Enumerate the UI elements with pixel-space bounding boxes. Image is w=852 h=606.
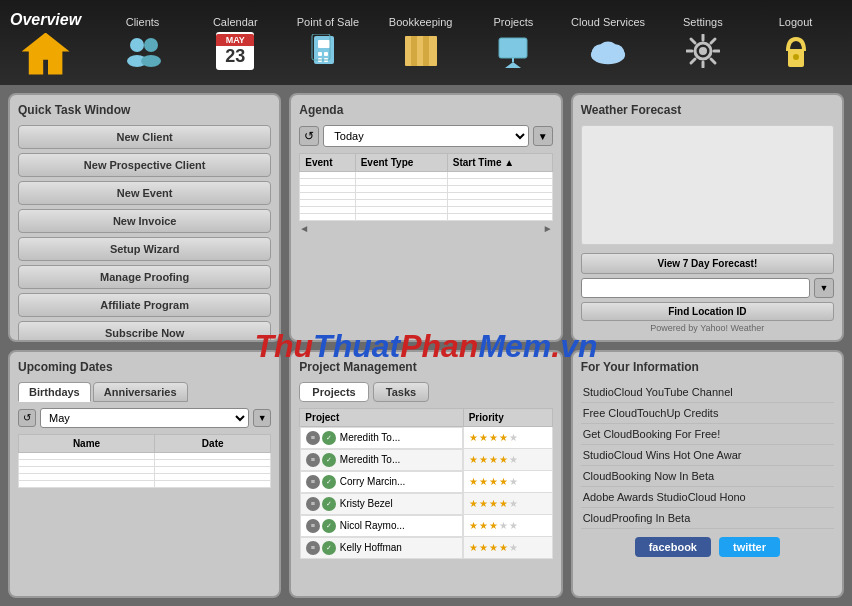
- nav-label-settings: Settings: [683, 16, 723, 28]
- info-list: StudioCloud YouTube ChannelFree CloudTou…: [581, 382, 834, 529]
- quick-task-title: Quick Task Window: [18, 103, 271, 117]
- for-your-info-panel: For Your Information StudioCloud YouTube…: [571, 350, 844, 599]
- proj-col-priority: Priority: [463, 408, 552, 426]
- nav-items: Clients Calendar MAY 23 Point of Sale Bo…: [96, 16, 842, 70]
- table-row: [300, 179, 552, 186]
- tab-birthdays[interactable]: Birthdays: [18, 382, 91, 402]
- project-row: ≡✓Meredith To...★★★★★: [300, 426, 552, 449]
- nav-item-cloud[interactable]: Cloud Services: [571, 16, 645, 70]
- month-refresh-button[interactable]: ↺: [18, 409, 36, 427]
- upcoming-dates-panel: Upcoming Dates Birthdays Anniversaries ↺…: [8, 350, 281, 599]
- table-row: [300, 200, 552, 207]
- proj-check-icon: ✓: [322, 431, 336, 445]
- project-priority: ★★★★★: [463, 449, 552, 471]
- proj-list-icon: ≡: [306, 453, 320, 467]
- find-location-button[interactable]: Find Location ID: [581, 302, 834, 321]
- new-event-button[interactable]: New Event: [18, 181, 271, 205]
- table-row: [19, 452, 271, 459]
- nav-item-clients[interactable]: Clients: [108, 16, 178, 70]
- weather-image: [581, 125, 834, 245]
- info-list-item[interactable]: Free CloudTouchUp Credits: [581, 403, 834, 424]
- new-client-button[interactable]: New Client: [18, 125, 271, 149]
- setup-wizard-button[interactable]: Setup Wizard: [18, 237, 271, 261]
- nav-label-projects: Projects: [494, 16, 534, 28]
- settings-icon: [684, 32, 722, 70]
- nav-label-cloud: Cloud Services: [571, 16, 645, 28]
- nav-item-projects[interactable]: Projects: [478, 16, 548, 70]
- tab-anniversaries[interactable]: Anniversaries: [93, 382, 188, 402]
- tab-tasks[interactable]: Tasks: [373, 382, 429, 402]
- weather-location-input[interactable]: [581, 278, 810, 298]
- weather-title: Weather Forecast: [581, 103, 834, 117]
- table-row: [300, 186, 552, 193]
- info-list-item[interactable]: CloudProofing In Beta: [581, 508, 834, 529]
- svg-point-24: [699, 47, 707, 55]
- month-arrow-button[interactable]: ▼: [253, 409, 271, 427]
- project-priority: ★★★★★: [463, 537, 552, 559]
- nav-item-bookkeeping[interactable]: Bookkeeping: [386, 16, 456, 70]
- forecast-button[interactable]: View 7 Day Forecast!: [581, 253, 834, 274]
- info-list-item[interactable]: StudioCloud YouTube Channel: [581, 382, 834, 403]
- info-list-item[interactable]: StudioCloud Wins Hot One Awar: [581, 445, 834, 466]
- svg-marker-17: [505, 62, 521, 68]
- top-navigation: Overview Clients Calendar MAY 23 Point o…: [0, 0, 852, 85]
- project-management-title: Project Management: [299, 360, 552, 374]
- twitter-button[interactable]: twitter: [719, 537, 780, 557]
- info-list-item[interactable]: Adobe Awards StudioCloud Hono: [581, 487, 834, 508]
- dates-col-name: Name: [19, 434, 155, 452]
- scroll-left-icon[interactable]: ◄: [299, 223, 309, 234]
- home-icon: [22, 33, 70, 75]
- project-icons: ≡✓: [306, 497, 336, 511]
- month-dropdown[interactable]: May: [40, 408, 249, 428]
- project-row: ≡✓Kelly Hoffman★★★★★: [300, 537, 552, 559]
- upcoming-dates-title: Upcoming Dates: [18, 360, 271, 374]
- new-prospective-client-button[interactable]: New Prospective Client: [18, 153, 271, 177]
- social-buttons: facebook twitter: [581, 537, 834, 557]
- nav-item-pos[interactable]: Point of Sale: [293, 16, 363, 70]
- table-row: [300, 214, 552, 221]
- svg-line-32: [691, 59, 695, 63]
- subscribe-button[interactable]: Subscribe Now: [18, 321, 271, 342]
- clients-icon: [124, 32, 162, 70]
- agenda-col-event: Event: [300, 154, 355, 172]
- agenda-dropdown[interactable]: Today: [323, 125, 528, 147]
- proj-check-icon: ✓: [322, 541, 336, 555]
- affiliate-program-button[interactable]: Affiliate Program: [18, 293, 271, 317]
- svg-point-22: [599, 41, 618, 56]
- svg-line-31: [711, 39, 715, 43]
- agenda-forward-button[interactable]: ▼: [533, 126, 553, 146]
- project-cell: ≡✓Kelly Hoffman: [300, 537, 463, 559]
- nav-item-calendar[interactable]: Calendar MAY 23: [200, 16, 270, 70]
- agenda-refresh-button[interactable]: ↺: [299, 126, 319, 146]
- svg-rect-6: [318, 52, 322, 56]
- new-invoice-button[interactable]: New Invoice: [18, 209, 271, 233]
- proj-list-icon: ≡: [306, 497, 320, 511]
- calendar-icon: MAY 23: [216, 32, 254, 70]
- project-row: ≡✓Kristy Bezel★★★★★: [300, 493, 552, 515]
- nav-item-settings[interactable]: Settings: [668, 16, 738, 70]
- projects-icon: [494, 32, 532, 70]
- nav-label-clients: Clients: [126, 16, 160, 28]
- info-list-item[interactable]: CloudBooking Now In Beta: [581, 466, 834, 487]
- proj-check-icon: ✓: [322, 453, 336, 467]
- scroll-right-icon[interactable]: ►: [543, 223, 553, 234]
- dates-col-date: Date: [155, 434, 271, 452]
- nav-brand[interactable]: Overview: [10, 11, 81, 75]
- svg-rect-15: [429, 36, 437, 66]
- facebook-button[interactable]: facebook: [635, 537, 711, 557]
- project-management-panel: Project Management Projects Tasks Projec…: [289, 350, 562, 599]
- manage-proofing-button[interactable]: Manage Proofing: [18, 265, 271, 289]
- proj-col-project: Project: [300, 408, 463, 426]
- nav-item-logout[interactable]: Logout: [761, 16, 831, 70]
- project-row: ≡✓Corry Marcin...★★★★★: [300, 471, 552, 493]
- project-table: Project Priority ≡✓Meredith To...★★★★★≡✓…: [299, 408, 552, 560]
- svg-line-29: [691, 39, 695, 43]
- agenda-title: Agenda: [299, 103, 552, 117]
- logout-icon: [777, 32, 815, 70]
- project-cell: ≡✓Corry Marcin...: [300, 471, 463, 493]
- info-list-item[interactable]: Get CloudBooking For Free!: [581, 424, 834, 445]
- weather-location-dropdown[interactable]: ▼: [814, 278, 834, 298]
- tab-projects[interactable]: Projects: [299, 382, 368, 402]
- svg-point-2: [144, 38, 158, 52]
- project-tabs: Projects Tasks: [299, 382, 552, 402]
